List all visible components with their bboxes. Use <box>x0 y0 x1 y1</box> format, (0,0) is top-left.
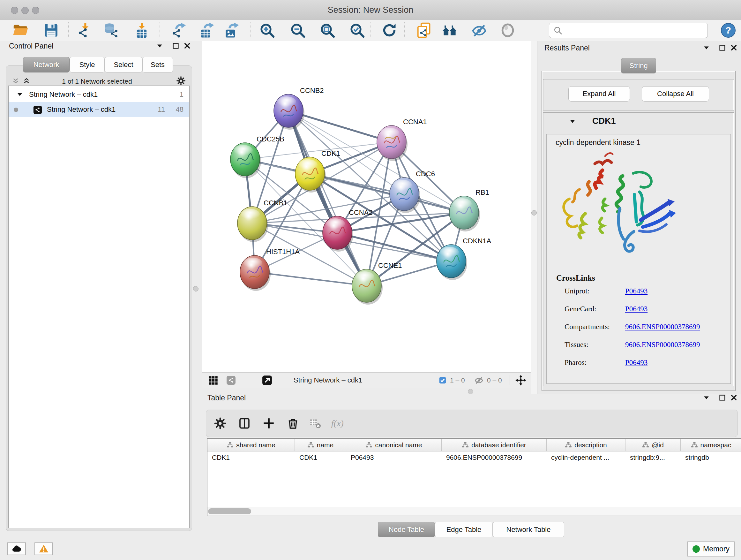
search-input[interactable] <box>566 24 704 37</box>
network-node-RB1[interactable]: RB1 <box>449 188 489 232</box>
scrollbar-thumb[interactable] <box>208 508 251 514</box>
table-panel-close-icon[interactable] <box>730 393 738 402</box>
network-node-CCNB1[interactable]: CCNB1 <box>238 199 287 242</box>
table-cell[interactable]: CDK1 <box>207 451 295 463</box>
table-panel-caret-down-icon[interactable] <box>702 393 711 402</box>
node-label-CCNB1: CCNB1 <box>264 199 287 207</box>
clone-network-button[interactable] <box>415 22 432 39</box>
table-cell[interactable]: CDK1 <box>295 451 346 463</box>
column-header--id[interactable]: @id <box>625 439 681 451</box>
table-horizontal-scrollbar[interactable] <box>207 507 741 516</box>
export-image-button[interactable] <box>223 22 240 39</box>
tab-string[interactable]: String <box>621 58 656 73</box>
crosslink-link[interactable]: 9606.ENSP00000378699 <box>625 341 700 349</box>
results-panel-float-icon[interactable] <box>718 44 727 52</box>
collapse-all-button[interactable]: Collapse All <box>642 86 709 102</box>
column-header-database-identifier[interactable]: database identifier <box>442 439 547 451</box>
add-button[interactable] <box>262 417 275 430</box>
table-cell[interactable]: P06493 <box>346 451 442 463</box>
crosslink-link[interactable]: P06493 <box>625 359 648 367</box>
table-row[interactable]: CDK1CDK1P064939606.ENSP00000378699cyclin… <box>207 451 741 463</box>
network-options-gear-icon[interactable] <box>176 76 186 85</box>
tab-network[interactable]: Network <box>23 57 70 72</box>
hide-selected-button[interactable] <box>471 22 488 39</box>
horizontal-splitter-handle[interactable] <box>468 389 473 394</box>
column-header-shared-name[interactable]: shared name <box>207 439 295 451</box>
expand-all-networks-icon[interactable] <box>22 77 30 85</box>
crosslink-link[interactable]: 9606.ENSP00000378699 <box>625 323 700 331</box>
tab-sets[interactable]: Sets <box>142 57 173 72</box>
crosslink-link[interactable]: P06493 <box>625 305 648 313</box>
network-collection-row[interactable]: String Network – cdk1 1 <box>9 87 189 102</box>
network-grid-mode-icon[interactable] <box>208 375 218 385</box>
table-cell[interactable]: cyclin-dependent ... <box>547 451 625 463</box>
network-edge[interactable] <box>255 272 367 286</box>
results-panel-caret-down-icon[interactable] <box>702 44 711 52</box>
expand-all-button[interactable]: Expand All <box>568 86 630 102</box>
network-node-CDC25B[interactable]: CDC25B <box>230 135 284 178</box>
column-header-namespac[interactable]: namespac <box>681 439 741 451</box>
column-header-description[interactable]: description <box>547 439 625 451</box>
control-panel-close-icon[interactable] <box>183 42 192 50</box>
table-panel-float-icon[interactable] <box>718 393 727 402</box>
cloud-button[interactable] <box>7 543 26 555</box>
control-panel-float-icon[interactable] <box>172 42 180 50</box>
search-box[interactable] <box>549 23 708 38</box>
network-node-HIST1H1A[interactable]: HIST1H1A <box>240 248 300 291</box>
trash-button[interactable] <box>286 417 299 430</box>
refresh-layout-button[interactable] <box>381 22 398 39</box>
save-session-button[interactable] <box>43 22 59 39</box>
import-network-button[interactable] <box>76 22 92 39</box>
tab-select[interactable]: Select <box>105 57 142 72</box>
column-header-name[interactable]: name <box>295 439 346 451</box>
node-label-CCNA2: CCNA2 <box>349 208 373 216</box>
left-splitter-handle[interactable] <box>193 286 199 292</box>
table-cell[interactable]: 9606.ENSP00000378699 <box>442 451 547 463</box>
network-edge[interactable] <box>288 111 367 286</box>
warnings-button[interactable] <box>35 543 53 555</box>
collection-expander-icon[interactable] <box>16 91 23 98</box>
network-node-CDK1[interactable]: CDK1 <box>295 149 340 192</box>
results-panel-close-icon[interactable] <box>730 44 738 52</box>
import-table-button[interactable] <box>133 22 150 39</box>
toolbar-separator <box>370 22 370 38</box>
zoom-in-button[interactable] <box>259 22 275 39</box>
hidden-nodes-icon[interactable] <box>474 375 484 385</box>
zoom-out-button[interactable] <box>289 22 306 39</box>
network-view-mode-icon[interactable] <box>226 375 236 385</box>
control-panel-caret-down-icon[interactable] <box>155 42 164 50</box>
column-header-canonical-name[interactable]: canonical name <box>346 439 442 451</box>
right-splitter[interactable] <box>531 41 537 394</box>
crosslink-link[interactable]: P06493 <box>625 287 648 295</box>
zoom-fit-button[interactable] <box>319 22 336 39</box>
selected-nodes-checkbox[interactable] <box>439 376 447 384</box>
tab-network-table[interactable]: Network Table <box>493 522 564 537</box>
tab-edge-table[interactable]: Edge Table <box>435 522 493 537</box>
columns-button[interactable] <box>238 417 251 430</box>
memory-button[interactable]: Memory <box>687 542 735 557</box>
tab-style[interactable]: Style <box>70 57 105 72</box>
export-network-button[interactable] <box>170 22 187 39</box>
tab-node-table[interactable]: Node Table <box>378 522 435 537</box>
network-row[interactable]: String Network – cdk1 11 48 <box>9 102 189 117</box>
right-splitter-handle[interactable] <box>531 210 537 215</box>
network-node-CCNA1[interactable]: CCNA1 <box>377 118 427 161</box>
network-node-CCNB2[interactable]: CCNB2 <box>274 86 324 130</box>
table-cell[interactable]: stringdb:9... <box>625 451 681 463</box>
open-session-button[interactable] <box>12 22 29 39</box>
export-table-button[interactable] <box>199 22 215 39</box>
first-neighbors-button[interactable] <box>441 22 458 39</box>
detach-view-icon[interactable] <box>262 375 273 386</box>
collapse-all-networks-icon[interactable] <box>11 77 20 85</box>
show-all-button[interactable] <box>499 22 516 39</box>
table-cell[interactable]: stringdb <box>681 451 741 463</box>
network-node-CDKN1A[interactable]: CDKN1A <box>436 237 491 280</box>
import-database-button[interactable] <box>103 22 119 39</box>
network-node-CCNE1[interactable]: CCNE1 <box>352 261 402 305</box>
gear-button[interactable] <box>214 417 226 430</box>
birds-eye-toggle-icon[interactable] <box>515 374 527 386</box>
help-button[interactable]: ? <box>721 23 736 38</box>
cdk1-expander-icon[interactable] <box>569 118 576 125</box>
zoom-selected-button[interactable] <box>349 22 365 39</box>
network-view-canvas[interactable]: CCNB2 CCNA1 CDC25B CDK1 CDC6 RB1 CCNB1 <box>202 41 531 372</box>
